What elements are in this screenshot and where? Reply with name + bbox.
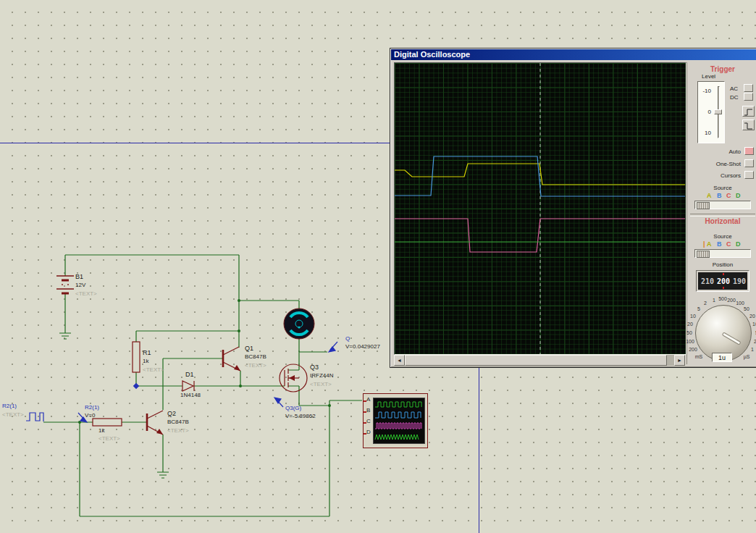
- timebase-scale-label: 1: [713, 298, 715, 303]
- timebase-scale-label: 20: [749, 314, 755, 319]
- one-shot-button[interactable]: [744, 159, 754, 167]
- probe-gate-value: V=-5.89862: [285, 413, 316, 420]
- q3-ref: Q3: [310, 364, 319, 371]
- instrument-channel-c: C: [366, 418, 371, 424]
- trace-c: [395, 219, 685, 252]
- instrument-waveform-d: [375, 435, 419, 440]
- resistor-r1[interactable]: [133, 342, 140, 372]
- probe-input-value: V=0: [85, 412, 95, 419]
- instrument-channel-d: D: [366, 429, 371, 435]
- diode-d1[interactable]: [182, 381, 194, 391]
- junction-marker: [133, 383, 139, 389]
- channel-c-label[interactable]: C: [726, 192, 731, 199]
- channel-a-label[interactable]: A: [707, 192, 712, 199]
- timebase-value-display: 1u: [712, 353, 732, 362]
- instrument-waveform-c: [375, 423, 421, 429]
- battery-b1[interactable]: [56, 276, 74, 293]
- timebase-scale-label: 100: [736, 301, 744, 306]
- timebase-scale-label: 10: [690, 314, 696, 319]
- horizontal-source-channels[interactable]: | A B C D: [687, 240, 756, 248]
- instrument-channel-b: B: [366, 407, 370, 414]
- scrollbar-thumb[interactable]: [405, 355, 667, 366]
- trigger-source-slider-thumb[interactable]: [697, 202, 710, 209]
- cursors-button[interactable]: [744, 171, 754, 179]
- level-thumb[interactable]: [714, 109, 722, 114]
- channel-a-label[interactable]: A: [707, 240, 712, 248]
- position-display[interactable]: 210 200 190: [696, 270, 749, 292]
- rising-edge-icon: [743, 107, 754, 117]
- timebase-scale-label: 20: [687, 322, 693, 327]
- mosfet-q3[interactable]: [280, 364, 307, 392]
- trigger-level-slider[interactable]: -10 0 10: [697, 81, 725, 143]
- channel-b-label[interactable]: B: [717, 240, 722, 248]
- horizontal-source-slider-thumb[interactable]: [697, 251, 710, 258]
- one-shot-label: One-Shot: [716, 161, 741, 167]
- auto-button[interactable]: [744, 147, 754, 155]
- b1-value: 12V: [75, 282, 85, 289]
- oscilloscope-titlebar[interactable]: Digital Oscilloscope: [391, 49, 756, 60]
- oscilloscope-window: Digital Oscilloscope ◄ ► Trigger Level -…: [390, 48, 756, 368]
- q2-value: BC847B: [167, 419, 189, 426]
- trigger-source-slider[interactable]: [694, 201, 751, 209]
- scroll-left-button[interactable]: ◄: [394, 355, 405, 366]
- level-scale-bottom: 10: [700, 130, 711, 136]
- horizontal-source-label: Source: [687, 233, 756, 240]
- oscilloscope-display: [394, 62, 686, 355]
- trigger-source-label: Source: [687, 185, 756, 191]
- ac-label: AC: [730, 85, 738, 92]
- level-label: Level: [702, 73, 715, 80]
- auto-label: Auto: [729, 148, 741, 155]
- falling-edge-button[interactable]: [742, 119, 755, 130]
- virtual-graph-instrument[interactable]: A B C D: [363, 393, 428, 448]
- level-scale-top: -10: [700, 88, 711, 94]
- instrument-waveform-b: [375, 412, 421, 418]
- pulse-source-icon[interactable]: [26, 413, 43, 421]
- source-marker: |: [703, 240, 705, 248]
- ac-coupling-button[interactable]: [744, 84, 753, 92]
- horizontal-scrollbar[interactable]: ◄ ►: [394, 355, 685, 366]
- horizontal-source-slider[interactable]: [694, 249, 751, 258]
- b1-text: <TEXT>: [75, 290, 97, 298]
- channel-d-label[interactable]: D: [736, 240, 741, 248]
- r2-value: 1k: [98, 427, 104, 435]
- transistor-q2[interactable]: [147, 411, 163, 435]
- instrument-waveform-a: [375, 402, 421, 407]
- schematic-canvas[interactable]: B1 12V <TEXT> R1 1k <TEXT> Q1 BC847B <TE…: [0, 0, 756, 533]
- q2-ref: Q2: [167, 410, 176, 417]
- timebase-scale-label: µS: [744, 354, 750, 359]
- motor[interactable]: [284, 309, 314, 339]
- horizontal-heading: Horizontal: [687, 217, 756, 225]
- rising-edge-button[interactable]: [742, 106, 755, 117]
- channel-d-label[interactable]: D: [736, 192, 741, 199]
- instrument-pin: [364, 400, 366, 402]
- d1-value: 1N4148: [180, 392, 201, 399]
- probe-q-name: Q: [345, 335, 350, 343]
- timebase-scale-label: 10: [752, 322, 756, 327]
- q3-value: IRFZ44N: [310, 372, 333, 379]
- channel-c-label[interactable]: C: [726, 240, 731, 248]
- d1-ref: D1: [185, 371, 194, 378]
- position-tick-top: [723, 273, 724, 275]
- resistor-r2[interactable]: [93, 419, 122, 426]
- timebase-scale-label: 2: [704, 301, 707, 306]
- section-divider: [690, 214, 755, 217]
- position-tick-bottom: [723, 287, 724, 289]
- timebase-scale-label: 50: [744, 306, 749, 311]
- instrument-pin: [364, 411, 366, 413]
- dc-coupling-button[interactable]: [744, 93, 753, 101]
- oscilloscope-control-panel: Trigger Level -10 0 10 AC DC: [686, 62, 756, 364]
- trigger-heading: Trigger: [687, 65, 756, 73]
- trigger-source-channels[interactable]: A B C D: [687, 192, 756, 199]
- probe-gate-name: Q3(G): [285, 405, 301, 412]
- dc-label: DC: [730, 94, 739, 101]
- channel-b-label[interactable]: B: [717, 192, 722, 199]
- instrument-pin: [364, 433, 366, 435]
- window-title: Digital Oscilloscope: [394, 50, 470, 59]
- r2-text: <TEXT>: [98, 435, 120, 442]
- instrument-pin: [364, 422, 366, 424]
- transistor-q1[interactable]: [223, 347, 240, 371]
- timebase-scale-label: 50: [686, 330, 692, 335]
- r1-ref: R1: [143, 349, 151, 356]
- scroll-right-button[interactable]: ►: [674, 355, 685, 366]
- timebase-scale-label: 500: [718, 296, 727, 301]
